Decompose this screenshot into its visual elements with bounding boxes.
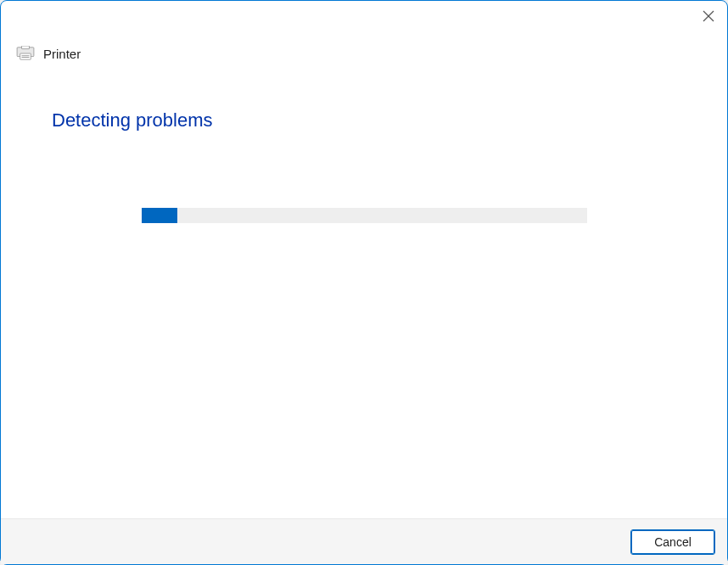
progress-fill xyxy=(142,208,177,223)
svg-rect-3 xyxy=(20,53,31,59)
close-button[interactable] xyxy=(700,8,717,25)
troubleshooter-window: Printer Detecting problems Cancel xyxy=(0,0,728,565)
printer-icon xyxy=(16,45,35,62)
titlebar xyxy=(1,1,727,35)
header-row: Printer xyxy=(1,35,727,62)
svg-rect-4 xyxy=(22,46,30,49)
cancel-button[interactable]: Cancel xyxy=(630,529,715,555)
header-title: Printer xyxy=(43,47,81,61)
close-icon xyxy=(703,10,714,22)
footer: Cancel xyxy=(1,518,727,564)
content-area: Detecting problems xyxy=(1,62,727,518)
progress-bar xyxy=(142,208,587,223)
progress-container xyxy=(52,208,676,223)
page-heading: Detecting problems xyxy=(52,109,676,131)
